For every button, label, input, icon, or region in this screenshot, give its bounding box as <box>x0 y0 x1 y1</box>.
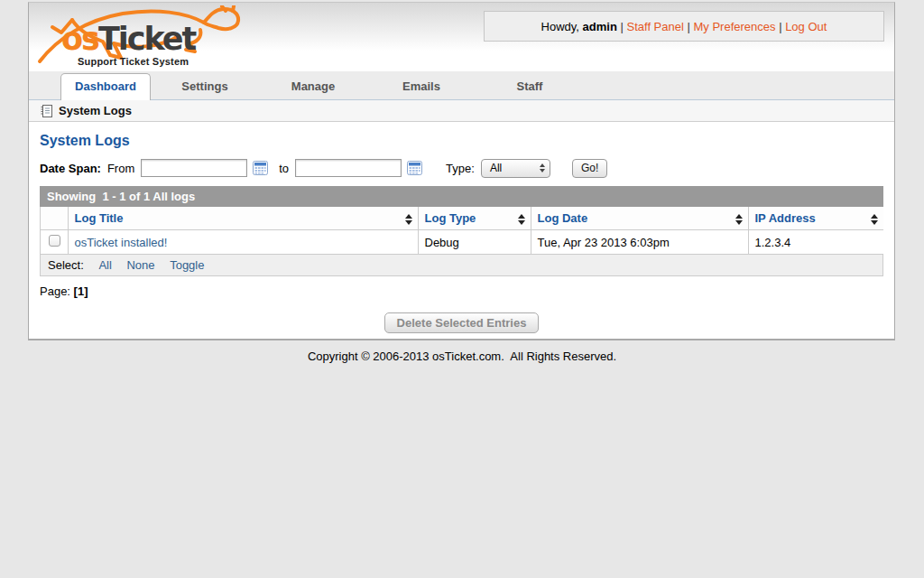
log-date-cell: Tue, Apr 23 2013 6:03pm <box>531 230 748 255</box>
column-header-log-title[interactable]: Log Title <box>68 207 418 230</box>
type-label: Type: <box>446 162 475 175</box>
select-toggle-link[interactable]: Toggle <box>170 258 204 272</box>
logo-ticket: Ticket <box>98 21 195 57</box>
page-label: Page: <box>40 284 74 298</box>
select-stepper-icon <box>540 163 545 172</box>
sort-icon[interactable] <box>735 214 743 225</box>
start-date-input[interactable] <box>141 159 247 177</box>
table-header-row: Log Title Log Type Log Date IP Address <box>41 207 883 230</box>
ip-address-cell: 1.2.3.4 <box>748 230 883 255</box>
log-type-select[interactable]: All <box>481 159 550 178</box>
end-date-input[interactable] <box>295 159 402 177</box>
separator: | <box>684 20 694 33</box>
admin-nav-tabs: Dashboard Settings Manage Emails Staff <box>29 71 894 100</box>
header: osTicket Support Ticket System Howdy, ad… <box>29 3 894 71</box>
table-row: osTicket installed! Debug Tue, Apr 23 20… <box>41 230 883 255</box>
sort-icon[interactable] <box>871 214 878 225</box>
log-document-icon <box>40 104 53 118</box>
sort-icon[interactable] <box>405 214 412 225</box>
tab-dashboard[interactable]: Dashboard <box>60 73 151 100</box>
staff-panel-link[interactable]: Staff Panel <box>627 20 684 33</box>
separator: | <box>617 20 627 33</box>
content-area: System Logs Date Span: From to <box>29 122 894 339</box>
log-entry-link[interactable]: osTicket installed! <box>75 236 168 249</box>
log-filter-form: Date Span: From to <box>40 157 883 179</box>
tab-staff[interactable]: Staff <box>476 73 584 99</box>
date-span-label: Date Span: <box>40 162 101 175</box>
column-header-log-type[interactable]: Log Type <box>418 207 531 230</box>
breadcrumb: System Logs <box>29 100 894 122</box>
go-button[interactable]: Go! <box>572 159 607 178</box>
separator: | <box>776 20 786 33</box>
column-header-ip-address[interactable]: IP Address <box>748 207 883 230</box>
username: admin <box>583 20 617 33</box>
logo-wordmark: osTicket <box>61 21 195 57</box>
log-type-selected-value: All <box>490 162 540 174</box>
select-label: Select: <box>48 258 84 272</box>
osticket-logo: osTicket Support Ticket System <box>29 3 318 71</box>
from-label: From <box>107 162 134 175</box>
page-title: System Logs <box>40 133 883 149</box>
copyright-footer: Copyright © 2006-2013 osTicket.com. All … <box>0 350 924 363</box>
user-toolbar: Howdy, admin | Staff Panel | My Preferen… <box>484 11 884 42</box>
my-preferences-link[interactable]: My Preferences <box>693 20 775 33</box>
calendar-icon[interactable] <box>407 161 422 175</box>
to-label: to <box>279 162 289 175</box>
select-none-link[interactable]: None <box>126 258 154 272</box>
breadcrumb-label: System Logs <box>59 104 132 117</box>
delete-selected-entries-button[interactable]: Delete Selected Entries <box>384 312 540 333</box>
greeting-text: Howdy, <box>541 20 583 33</box>
sort-icon[interactable] <box>518 214 525 225</box>
main-window: osTicket Support Ticket System Howdy, ad… <box>28 2 895 340</box>
select-all-link[interactable]: All <box>98 258 111 272</box>
pagination: Page: [1] <box>40 284 883 298</box>
tab-emails[interactable]: Emails <box>367 73 476 99</box>
system-logs-table: Showing 1 - 1 of 1 All logs Log Title Lo… <box>40 186 883 276</box>
logo-os: os <box>61 21 98 57</box>
calendar-icon[interactable] <box>253 161 268 175</box>
log-type-cell: Debug <box>418 230 531 255</box>
select-toolbar: Select: All None Toggle <box>41 254 882 275</box>
showing-summary: Showing 1 - 1 of 1 All logs <box>40 186 883 207</box>
checkbox-column-header <box>41 207 68 230</box>
column-header-log-date[interactable]: Log Date <box>531 207 748 230</box>
logo-tagline: Support Ticket System <box>78 56 189 67</box>
tab-settings[interactable]: Settings <box>151 73 259 99</box>
current-page: [1] <box>74 284 88 298</box>
tab-manage[interactable]: Manage <box>259 73 367 99</box>
row-checkbox[interactable] <box>49 235 60 247</box>
log-out-link[interactable]: Log Out <box>785 20 827 33</box>
